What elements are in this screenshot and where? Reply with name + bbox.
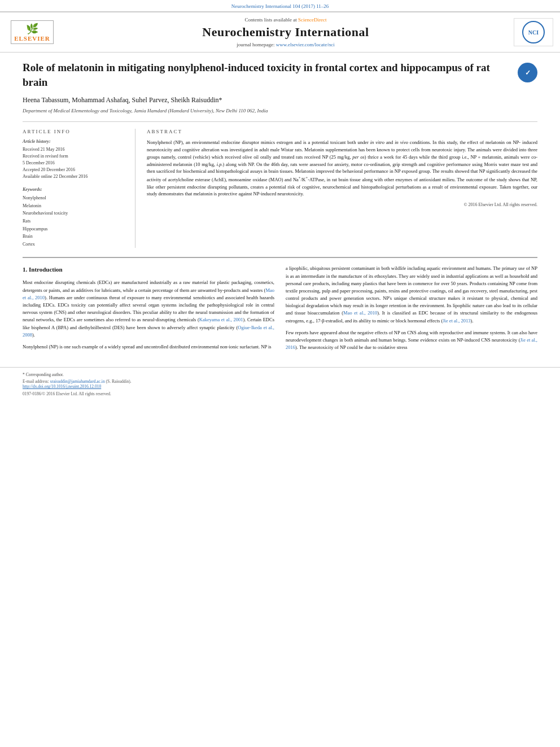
intro-paragraph-2: Nonylphenol (NP) is one such example of … [23,343,274,351]
ref-jie-2016[interactable]: Jie et al., 2016 [286,337,537,350]
header-center: Contents lists available at ScienceDirec… [58,17,514,47]
section-heading: 1. Introduction [23,265,274,274]
header-divider [23,121,537,122]
paper-title: Role of melatonin in mitigating nonylphe… [23,60,518,89]
ref-kakeyama[interactable]: Kakeyama et al., 2001 [199,317,243,322]
introduction-section: 1. Introduction Most endocrine disruptin… [23,257,537,356]
nci-logo: NCI [514,18,553,46]
keyword-item: Nonylphenol [23,194,127,202]
homepage-line: journal homepage: www.elsevier.com/locat… [58,42,514,47]
elsevier-tree-icon: 🌿 [14,23,50,35]
available-date: Available online 22 December 2016 [23,173,127,180]
introduction-col-right: a lipophilic, ubiquitous persistent cont… [286,265,537,356]
keyword-item: Melatonin [23,202,127,210]
abstract-text: Nonylphenol (NP), an environmental endoc… [147,139,537,198]
keyword-item: Neurobehavioral toxicity [23,209,127,217]
keyword-item: Cortex [23,241,127,248]
keywords-label: Keywords: [23,187,127,192]
intro-paragraph-1: Most endocrine disrupting chemicals (EDC… [23,279,274,338]
email-note: E-mail address: sraisuddin@jamiahamdard.… [23,379,537,384]
nci-circle-icon: NCI [522,21,545,43]
intro-paragraph-3: a lipophilic, ubiquitous persistent cont… [286,265,537,324]
revised-date: 5 December 2016 [23,160,127,167]
received-revised-label: Received in revised form [23,153,127,160]
page-footer: * Corresponding author. E-mail address: … [0,367,560,399]
sciencedirect-link[interactable]: ScienceDirect [298,17,326,23]
introduction-col-left: 1. Introduction Most endocrine disruptin… [23,265,274,356]
main-content: Role of melatonin in mitigating nonylphe… [0,53,560,367]
received-date: Received 21 May 2016 [23,146,127,153]
affiliation: Department of Medical Elementology and T… [23,108,537,113]
ref-mao-2010b[interactable]: Mao et al., 2010 [343,310,377,316]
issn-note: 0197-0186/© 2016 Elsevier Ltd. All right… [23,391,537,396]
keyword-item: Rats [23,217,127,225]
elsevier-brand: ELSEVIER [14,35,50,42]
ref-mao-2010[interactable]: Mao et al., 2010 [23,287,274,300]
journal-header: 🌿 ELSEVIER Contents lists available at S… [0,11,560,53]
introduction-columns: 1. Introduction Most endocrine disruptin… [23,265,537,356]
contents-line: Contents lists available at ScienceDirec… [58,17,514,23]
ref-ogiue[interactable]: Ogiue-Ikeda et al., 2008 [23,325,274,338]
doi-link[interactable]: http://dx.doi.org/10.1016/j.neuint.2016.… [23,384,101,389]
journal-name: Neurochemistry International [58,25,514,40]
keywords-list: Nonylphenol Melatonin Neurobehavioral to… [23,194,127,248]
keyword-item: Hippocampus [23,225,127,233]
ref-jie-2013[interactable]: Jie et al., 2013 [443,318,470,324]
abstract-title: ABSTRACT [147,129,537,134]
elsevier-logo: 🌿 ELSEVIER [7,18,58,46]
article-info-abstract: ARTICLE INFO Article history: Received 2… [23,129,537,248]
svg-text:✓: ✓ [525,69,531,77]
email-link[interactable]: sraisuddin@jamiahamdard.ac.in [50,379,105,384]
history-label: Article history: [23,139,127,144]
accepted-date: Accepted 20 December 2016 [23,167,127,173]
abstract-panel: ABSTRACT Nonylphenol (NP), an environmen… [147,129,537,248]
intro-paragraph-4: Few reports have appeared about the nega… [286,329,537,352]
article-info-title: ARTICLE INFO [23,129,127,134]
journal-citation: Neurochemistry International 104 (2017) … [0,0,560,11]
keyword-item: Brain [23,233,127,241]
authors: Heena Tabassum, Mohammad Ashafaq, Suhel … [23,96,537,104]
corresponding-note: * Corresponding author. [23,372,537,377]
doi-line: http://dx.doi.org/10.1016/j.neuint.2016.… [23,384,537,389]
copyright-line: © 2016 Elsevier Ltd. All rights reserved… [147,202,537,207]
crossmark-icon[interactable]: ✓ [518,63,537,82]
paper-title-block: Role of melatonin in mitigating nonylphe… [23,60,537,89]
homepage-url[interactable]: www.elsevier.com/locate/nci [276,42,335,47]
article-info-panel: ARTICLE INFO Article history: Received 2… [23,129,135,248]
